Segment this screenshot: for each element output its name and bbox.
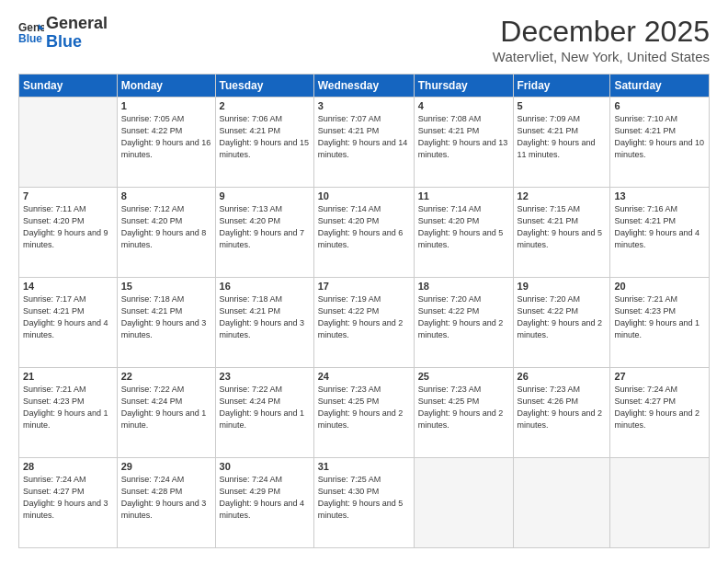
day-number: 26: [518, 371, 607, 382]
day-info: Sunrise: 7:22 AMSunset: 4:24 PMDaylight:…: [220, 384, 310, 431]
calendar-day-cell: 4Sunrise: 7:08 AMSunset: 4:21 PMDaylight…: [414, 98, 513, 188]
day-number: 8: [121, 190, 211, 201]
logo-text: General Blue: [46, 15, 108, 52]
calendar-day-cell: 10Sunrise: 7:14 AMSunset: 4:20 PMDayligh…: [313, 188, 414, 278]
day-number: 1: [121, 100, 211, 111]
day-number: 23: [220, 371, 310, 382]
day-number: 11: [418, 190, 509, 201]
logo-icon: General Blue: [18, 20, 44, 46]
calendar-day-cell: [19, 98, 118, 188]
day-info: Sunrise: 7:18 AMSunset: 4:21 PMDaylight:…: [121, 293, 211, 341]
day-number: 29: [121, 461, 211, 472]
day-info: Sunrise: 7:20 AMSunset: 4:22 PMDaylight:…: [518, 293, 607, 341]
calendar-header-cell: Wednesday: [313, 75, 414, 98]
calendar-day-cell: 12Sunrise: 7:15 AMSunset: 4:21 PMDayligh…: [513, 188, 610, 278]
calendar-day-cell: 11Sunrise: 7:14 AMSunset: 4:20 PMDayligh…: [414, 188, 513, 278]
calendar-header-row: SundayMondayTuesdayWednesdayThursdayFrid…: [19, 75, 710, 98]
day-info: Sunrise: 7:07 AMSunset: 4:21 PMDaylight:…: [318, 113, 410, 161]
day-info: Sunrise: 7:16 AMSunset: 4:21 PMDaylight:…: [614, 203, 705, 251]
calendar-day-cell: 19Sunrise: 7:20 AMSunset: 4:22 PMDayligh…: [513, 278, 610, 368]
day-info: Sunrise: 7:20 AMSunset: 4:22 PMDaylight:…: [418, 293, 509, 341]
calendar-day-cell: 6Sunrise: 7:10 AMSunset: 4:21 PMDaylight…: [610, 98, 710, 188]
calendar-day-cell: 31Sunrise: 7:25 AMSunset: 4:30 PMDayligh…: [313, 458, 414, 548]
day-number: 22: [121, 371, 211, 382]
day-number: 4: [418, 100, 509, 111]
calendar-day-cell: 25Sunrise: 7:23 AMSunset: 4:25 PMDayligh…: [414, 368, 513, 458]
day-info: Sunrise: 7:08 AMSunset: 4:21 PMDaylight:…: [418, 113, 509, 161]
day-number: 24: [318, 371, 410, 382]
page-title: December 2025: [493, 15, 710, 49]
calendar-day-cell: 28Sunrise: 7:24 AMSunset: 4:27 PMDayligh…: [19, 458, 118, 548]
calendar-week-row: 1Sunrise: 7:05 AMSunset: 4:22 PMDaylight…: [19, 98, 710, 188]
day-number: 19: [518, 281, 607, 292]
day-number: 20: [614, 281, 705, 292]
page-subtitle: Watervliet, New York, United States: [493, 49, 710, 64]
calendar-week-row: 14Sunrise: 7:17 AMSunset: 4:21 PMDayligh…: [19, 278, 710, 368]
day-info: Sunrise: 7:11 AMSunset: 4:20 PMDaylight:…: [23, 203, 113, 251]
day-info: Sunrise: 7:15 AMSunset: 4:21 PMDaylight:…: [518, 203, 607, 251]
day-info: Sunrise: 7:17 AMSunset: 4:21 PMDaylight:…: [23, 293, 113, 341]
day-info: Sunrise: 7:06 AMSunset: 4:21 PMDaylight:…: [220, 113, 310, 161]
day-info: Sunrise: 7:25 AMSunset: 4:30 PMDaylight:…: [318, 474, 410, 522]
calendar-day-cell: 3Sunrise: 7:07 AMSunset: 4:21 PMDaylight…: [313, 98, 414, 188]
calendar-header-cell: Saturday: [610, 75, 710, 98]
logo: General Blue General Blue: [18, 15, 108, 52]
calendar-day-cell: 8Sunrise: 7:12 AMSunset: 4:20 PMDaylight…: [117, 188, 215, 278]
title-area: December 2025 Watervliet, New York, Unit…: [493, 15, 710, 64]
day-info: Sunrise: 7:12 AMSunset: 4:20 PMDaylight:…: [121, 203, 211, 251]
calendar-day-cell: 1Sunrise: 7:05 AMSunset: 4:22 PMDaylight…: [117, 98, 215, 188]
calendar-day-cell: [414, 458, 513, 548]
header: General Blue General Blue December 2025 …: [18, 15, 710, 64]
day-number: 5: [518, 100, 607, 111]
day-info: Sunrise: 7:23 AMSunset: 4:26 PMDaylight:…: [518, 384, 607, 431]
calendar-day-cell: 26Sunrise: 7:23 AMSunset: 4:26 PMDayligh…: [513, 368, 610, 458]
calendar-day-cell: 2Sunrise: 7:06 AMSunset: 4:21 PMDaylight…: [215, 98, 313, 188]
day-number: 17: [318, 281, 410, 292]
page: General Blue General Blue December 2025 …: [0, 0, 728, 563]
calendar-day-cell: 16Sunrise: 7:18 AMSunset: 4:21 PMDayligh…: [215, 278, 313, 368]
calendar-day-cell: 20Sunrise: 7:21 AMSunset: 4:23 PMDayligh…: [610, 278, 710, 368]
calendar-day-cell: 18Sunrise: 7:20 AMSunset: 4:22 PMDayligh…: [414, 278, 513, 368]
calendar-day-cell: 30Sunrise: 7:24 AMSunset: 4:29 PMDayligh…: [215, 458, 313, 548]
day-number: 12: [518, 190, 607, 201]
calendar-day-cell: 27Sunrise: 7:24 AMSunset: 4:27 PMDayligh…: [610, 368, 710, 458]
day-info: Sunrise: 7:14 AMSunset: 4:20 PMDaylight:…: [418, 203, 509, 251]
day-info: Sunrise: 7:24 AMSunset: 4:27 PMDaylight:…: [23, 474, 113, 522]
day-number: 25: [418, 371, 509, 382]
day-info: Sunrise: 7:19 AMSunset: 4:22 PMDaylight:…: [318, 293, 410, 341]
calendar-day-cell: [610, 458, 710, 548]
day-info: Sunrise: 7:24 AMSunset: 4:29 PMDaylight:…: [220, 474, 310, 522]
day-info: Sunrise: 7:24 AMSunset: 4:27 PMDaylight:…: [614, 384, 705, 431]
day-number: 13: [614, 190, 705, 201]
calendar-day-cell: 9Sunrise: 7:13 AMSunset: 4:20 PMDaylight…: [215, 188, 313, 278]
day-number: 3: [318, 100, 410, 111]
day-info: Sunrise: 7:05 AMSunset: 4:22 PMDaylight:…: [121, 113, 211, 161]
day-number: 27: [614, 371, 705, 382]
day-info: Sunrise: 7:24 AMSunset: 4:28 PMDaylight:…: [121, 474, 211, 522]
day-number: 14: [23, 281, 113, 292]
calendar-day-cell: 15Sunrise: 7:18 AMSunset: 4:21 PMDayligh…: [117, 278, 215, 368]
day-number: 18: [418, 281, 509, 292]
calendar-week-row: 28Sunrise: 7:24 AMSunset: 4:27 PMDayligh…: [19, 458, 710, 548]
calendar-header-cell: Sunday: [19, 75, 118, 98]
day-number: 31: [318, 461, 410, 472]
day-number: 30: [220, 461, 310, 472]
calendar-day-cell: [513, 458, 610, 548]
day-info: Sunrise: 7:22 AMSunset: 4:24 PMDaylight:…: [121, 384, 211, 431]
day-number: 6: [614, 100, 705, 111]
calendar-day-cell: 23Sunrise: 7:22 AMSunset: 4:24 PMDayligh…: [215, 368, 313, 458]
calendar-header-cell: Tuesday: [215, 75, 313, 98]
day-number: 16: [220, 281, 310, 292]
calendar-day-cell: 14Sunrise: 7:17 AMSunset: 4:21 PMDayligh…: [19, 278, 118, 368]
day-number: 2: [220, 100, 310, 111]
day-info: Sunrise: 7:23 AMSunset: 4:25 PMDaylight:…: [318, 384, 410, 431]
calendar-header-cell: Monday: [117, 75, 215, 98]
day-info: Sunrise: 7:21 AMSunset: 4:23 PMDaylight:…: [23, 384, 113, 431]
calendar-day-cell: 24Sunrise: 7:23 AMSunset: 4:25 PMDayligh…: [313, 368, 414, 458]
day-number: 10: [318, 190, 410, 201]
svg-text:Blue: Blue: [18, 32, 42, 45]
day-info: Sunrise: 7:21 AMSunset: 4:23 PMDaylight:…: [614, 293, 705, 341]
day-number: 21: [23, 371, 113, 382]
day-info: Sunrise: 7:09 AMSunset: 4:21 PMDaylight:…: [518, 113, 607, 161]
day-info: Sunrise: 7:23 AMSunset: 4:25 PMDaylight:…: [418, 384, 509, 431]
